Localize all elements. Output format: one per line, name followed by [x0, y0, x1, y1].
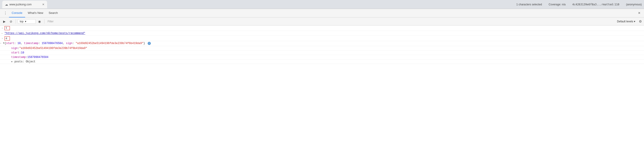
prop-val-sign: "a169d92452be51494196fde3e239b74f6b419da…: [19, 47, 87, 50]
object-row: ← ▼ {start: 10, timestamp: 1587098476584…: [0, 41, 644, 46]
obj-timestamp-key: timestamp: [24, 42, 38, 45]
console-toolbar: ▶ ⊘ top ▾ ◉ Default levels ▾ ⚙: [0, 17, 644, 25]
eye-button[interactable]: ◉: [36, 18, 42, 24]
tab-whats-new[interactable]: What's New: [25, 9, 46, 17]
cloud-icon: ☁: [5, 3, 8, 6]
obj-colon-3: :: [72, 42, 76, 45]
input-indicator-2: ›: [0, 37, 4, 40]
prop-val-start: 10: [21, 51, 24, 54]
eye-icon: ◉: [38, 20, 41, 23]
prop-val-timestamp: 1587098476584: [28, 56, 48, 59]
toolbar-separator-1: [16, 19, 16, 24]
info-icon[interactable]: i: [148, 42, 151, 45]
play-icon: ▶: [3, 20, 6, 23]
obj-brace-close: }: [144, 42, 145, 45]
url-arrow-icon: ←: [0, 32, 4, 35]
gear-icon[interactable]: ⚙: [638, 18, 643, 24]
toolbar-separator-2: [44, 19, 44, 24]
prop-key-timestamp: timestamp: [11, 56, 26, 59]
prop-key-sign: sign: [11, 47, 18, 50]
default-levels-button[interactable]: Default levels ▾: [615, 19, 637, 23]
obj-colon-1: :: [14, 42, 17, 45]
obj-timestamp-val: 1587098476584: [42, 42, 63, 45]
devtools-close-icon[interactable]: ×: [636, 10, 642, 16]
prop-key-start: start: [11, 51, 19, 54]
tab-close-icon[interactable]: ✕: [42, 3, 44, 6]
clear-console-button[interactable]: ⊘: [8, 18, 14, 24]
obj-colon-2: :: [38, 42, 42, 45]
console-input-row-e: › e: [0, 36, 644, 41]
chevron-down-icon: ▾: [25, 20, 26, 23]
input-indicator-1: ›: [0, 27, 4, 29]
obj-comma-1: ,: [21, 42, 24, 45]
tab-label: www.juzikong.com: [10, 3, 32, 6]
context-value: top: [20, 20, 24, 23]
tab-console[interactable]: Console: [9, 9, 25, 17]
devtools-panel: ⋮ Console What's New Search × ▶ ⊘ top ▾ …: [0, 9, 644, 144]
prop-row-timestamp: timestamp : 1587098476584: [0, 55, 644, 60]
input-box-t: t: [4, 26, 10, 30]
status-bar-right: 1 characters selected Coverage: n/a 4c42…: [516, 3, 642, 6]
ban-icon: ⊘: [10, 20, 12, 23]
filter-input[interactable]: [46, 19, 614, 23]
context-selector[interactable]: top ▾: [18, 19, 36, 24]
input-box-e: e: [4, 36, 10, 40]
prop-sep-start: :: [19, 51, 21, 54]
prop-row-posts: ▸ posts: Object: [0, 60, 644, 64]
prop-row-start: start : 10: [0, 51, 644, 55]
devtools-tabs: ⋮ Console What's New Search ×: [0, 9, 644, 17]
coverage-text: Coverage: n/a: [549, 3, 566, 6]
obj-sign-val: "a169d92452be51494196fde3e239b74f6b419da…: [76, 42, 144, 45]
url-row: ← "https://api.juzikong.com/n0/home/post…: [0, 31, 644, 36]
obj-start-key: start: [6, 42, 14, 45]
object-content: {start: 10, timestamp: 1587098476584, si…: [4, 42, 644, 45]
anon-text: (anonymous): [626, 3, 642, 6]
prop-sep-timestamp: :: [26, 56, 28, 59]
console-content[interactable]: › t ← "https://api.juzikong.com/n0/home/…: [0, 25, 644, 144]
prop-posts-collapsed[interactable]: ▸ posts: Object: [11, 60, 36, 63]
url-link[interactable]: "https://api.juzikong.com/n0/home/posts/…: [4, 32, 85, 35]
obj-start-val: 10: [18, 42, 21, 45]
selected-text: 1 characters selected: [516, 3, 542, 6]
prop-row-sign: sign : "a169d92452be51494196fde3e239b74f…: [0, 46, 644, 51]
browser-top-bar: ☁ www.juzikong.com ✕ 1 characters select…: [0, 0, 644, 9]
prop-sep-sign: :: [18, 47, 19, 50]
console-input-row-t: › t: [0, 25, 644, 31]
hash-text: 4c4263139e6f8a3...rmatted:110: [572, 3, 619, 6]
menu-dots-icon[interactable]: ⋮: [2, 10, 9, 16]
tab-search[interactable]: Search: [46, 9, 60, 17]
run-script-button[interactable]: ▶: [1, 18, 7, 24]
browser-tab[interactable]: ☁ www.juzikong.com ✕: [2, 1, 47, 8]
expand-arrow-icon[interactable]: ← ▼: [0, 42, 4, 45]
obj-sign-key: sign: [66, 42, 72, 45]
obj-comma-2: ,: [62, 42, 66, 45]
